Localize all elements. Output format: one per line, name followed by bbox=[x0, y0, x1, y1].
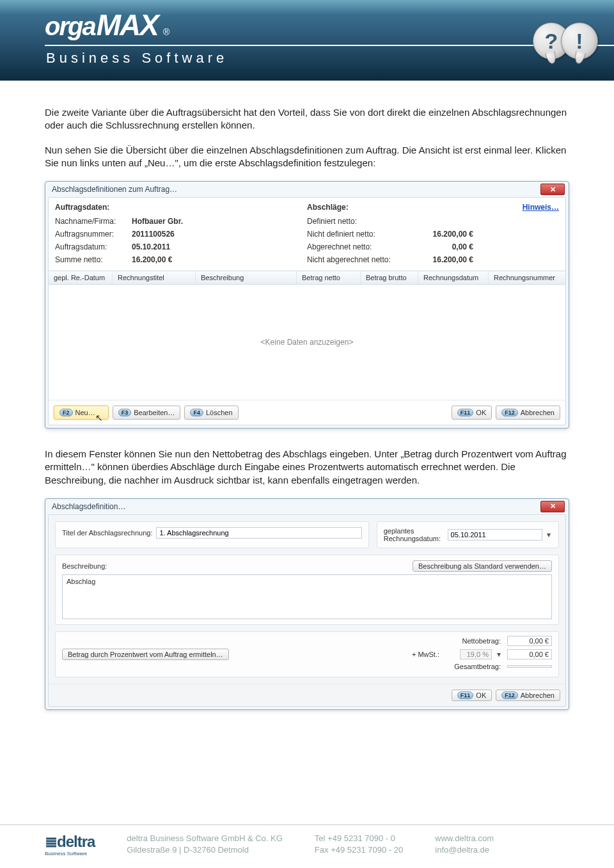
datum-input[interactable] bbox=[448, 529, 542, 541]
close-button-2[interactable]: ✕ bbox=[540, 501, 565, 512]
auftragsdaten-heading: Auftragsdaten: bbox=[55, 203, 307, 212]
window2-title: Abschlagsdefinition… bbox=[52, 502, 540, 511]
abbrechen-button[interactable]: F12Abbrechen bbox=[496, 406, 560, 420]
nachname-label: Nachname/Firma: bbox=[55, 217, 132, 226]
beschreibung-standard-button[interactable]: Beschreibung als Standard verwenden… bbox=[413, 560, 552, 572]
abbrechen-button-2[interactable]: F12Abbrechen bbox=[496, 690, 560, 701]
beschreibung-label: Beschreibung: bbox=[62, 562, 107, 570]
titel-label: Titel der Abschlagsrechnung: bbox=[62, 529, 152, 537]
col-rechnungstitel[interactable]: Rechnungstitel bbox=[113, 271, 196, 284]
footer-url: www.deltra.com bbox=[435, 833, 494, 844]
auftragsdatum-label: Auftragsdatum: bbox=[55, 242, 132, 251]
abgerechnet-value: 0,00 € bbox=[409, 242, 473, 251]
summe-label: Summe netto: bbox=[55, 255, 132, 264]
summe-value: 16.200,00 € bbox=[132, 255, 172, 264]
logo-max: MAX bbox=[97, 8, 158, 42]
window-title: Abschlagsdefinitionen zum Auftrag… bbox=[52, 185, 540, 194]
f3-key-icon: F3 bbox=[118, 409, 132, 416]
nettobetrag-label: Nettobetrag: bbox=[462, 637, 507, 645]
auftragsdatum-value: 05.10.2011 bbox=[132, 242, 170, 251]
nicht-abgerechnet-label: Nicht abgerechnet netto: bbox=[307, 255, 409, 264]
prozentwert-button[interactable]: Betrag durch Prozentwert vom Auftrag erm… bbox=[62, 649, 229, 660]
definiert-value bbox=[409, 217, 473, 226]
f12-key-icon: F12 bbox=[501, 409, 518, 416]
logo-subtitle: Business Software bbox=[45, 45, 614, 67]
footer-logo-bars-icon: ≣ bbox=[45, 833, 56, 851]
nicht-definiert-value: 16.200,00 € bbox=[409, 230, 473, 239]
f11-key-icon: F11 bbox=[457, 409, 474, 416]
footer-logo-text: deltra bbox=[57, 833, 95, 851]
ok-label-2: OK bbox=[476, 691, 486, 699]
help-bubbles: ? ! bbox=[533, 6, 598, 59]
gesamtbetrag-label: Gesamtbetrag: bbox=[454, 663, 507, 670]
logo-reg: ® bbox=[163, 27, 169, 37]
page-header: orga MAX ® Business Software ? ! bbox=[0, 0, 614, 81]
abbrechen-label: Abbrechen bbox=[521, 409, 555, 416]
col-betrag-netto[interactable]: Betrag netto bbox=[297, 271, 361, 284]
nettobetrag-value[interactable]: 0,00 € bbox=[507, 636, 552, 646]
abschlagsdefinition-window: Abschlagsdefinition… ✕ Titel der Abschla… bbox=[45, 498, 569, 710]
close-button[interactable]: ✕ bbox=[540, 184, 565, 195]
ok-label: OK bbox=[476, 409, 486, 416]
auftragsnummer-value: 2011100526 bbox=[132, 230, 175, 239]
footer-logo: ≣deltra Business Software bbox=[45, 833, 95, 856]
chevron-down-icon[interactable]: ▾ bbox=[546, 530, 552, 539]
close-icon: ✕ bbox=[550, 185, 556, 194]
f2-key-icon: F2 bbox=[59, 409, 73, 416]
footer-address: Gildestraße 9 | D-32760 Detmold bbox=[127, 844, 282, 856]
close-icon: ✕ bbox=[550, 502, 556, 510]
loeschen-button[interactable]: F4Löschen bbox=[184, 406, 238, 420]
col-betrag-brutto[interactable]: Betrag brutto bbox=[361, 271, 418, 284]
beschreibung-textarea[interactable]: Abschlag bbox=[62, 574, 552, 619]
bearbeiten-button[interactable]: F3Bearbeiten… bbox=[113, 406, 181, 420]
footer-email: info@deltra.de bbox=[435, 844, 494, 856]
datum-label: geplantes Rechnungsdatum: bbox=[384, 527, 444, 542]
definiert-label: Definiert netto: bbox=[307, 217, 409, 226]
bearbeiten-label: Bearbeiten… bbox=[134, 409, 175, 416]
f11-key-icon: F11 bbox=[457, 691, 474, 699]
chevron-down-icon[interactable]: ▾ bbox=[494, 650, 503, 659]
col-beschreibung[interactable]: Beschreibung bbox=[196, 271, 297, 284]
auftragsnummer-label: Auftragsnummer: bbox=[55, 230, 132, 239]
definition-grid: gepl. Re.-Datum Rechnungstitel Beschreib… bbox=[49, 271, 565, 400]
abbrechen-label-2: Abbrechen bbox=[521, 691, 555, 699]
paragraph-3: In diesem Fenster können Sie nun den Net… bbox=[45, 448, 569, 487]
neu-button[interactable]: F2Neu…↖ bbox=[54, 406, 109, 420]
mwst-label: + MwSt.: bbox=[412, 651, 446, 658]
exclaim-bubble-icon: ! bbox=[561, 22, 598, 59]
cursor-icon: ↖ bbox=[95, 413, 103, 423]
mwst-value: 0,00 € bbox=[507, 649, 552, 659]
page-footer: ≣deltra Business Software deltra Busines… bbox=[0, 825, 614, 868]
ok-button[interactable]: F11OK bbox=[452, 406, 492, 420]
mwst-rate[interactable]: 19,0 % bbox=[460, 649, 492, 659]
footer-company: deltra Business Software GmbH & Co. KG bbox=[127, 833, 282, 844]
logo: orga MAX ® Business Software bbox=[45, 8, 614, 67]
col-rechnungsdatum[interactable]: Rechnungsdatum bbox=[418, 271, 489, 284]
footer-tel: Tel +49 5231 7090 - 0 bbox=[315, 833, 403, 844]
titel-input[interactable] bbox=[156, 527, 361, 539]
footer-fax: Fax +49 5231 7090 - 20 bbox=[315, 844, 403, 856]
loeschen-label: Löschen bbox=[206, 409, 233, 416]
nachname-value: Hofbauer Gbr. bbox=[132, 217, 183, 226]
logo-orga: orga bbox=[45, 12, 95, 41]
neu-label: Neu… bbox=[75, 409, 95, 416]
f4-key-icon: F4 bbox=[190, 409, 203, 416]
paragraph-1: Die zweite Variante über die Auftragsübe… bbox=[45, 106, 569, 132]
nicht-definiert-label: Nicht definiert netto: bbox=[307, 230, 409, 239]
abschlagsdefinitionen-window: Abschlagsdefinitionen zum Auftrag… ✕ Auf… bbox=[45, 181, 569, 429]
f12-key-icon: F12 bbox=[501, 691, 518, 699]
ok-button-2[interactable]: F11OK bbox=[452, 690, 492, 701]
paragraph-2: Nun sehen Sie die Übersicht über die ein… bbox=[45, 144, 569, 170]
abgerechnet-label: Abgerechnet netto: bbox=[307, 242, 409, 251]
gesamtbetrag-value bbox=[507, 665, 552, 668]
grid-empty-text: <Keine Daten anzuzeigen> bbox=[49, 285, 565, 400]
nicht-abgerechnet-value: 16.200,00 € bbox=[409, 255, 473, 264]
footer-logo-sub: Business Software bbox=[45, 851, 95, 856]
abschlaege-heading: Abschläge: bbox=[307, 203, 349, 212]
col-rechnungsnummer[interactable]: Rechnungsnummer bbox=[489, 271, 565, 284]
hinweis-link[interactable]: Hinweis… bbox=[523, 203, 559, 212]
col-gepl-datum[interactable]: gepl. Re.-Datum bbox=[49, 271, 113, 284]
